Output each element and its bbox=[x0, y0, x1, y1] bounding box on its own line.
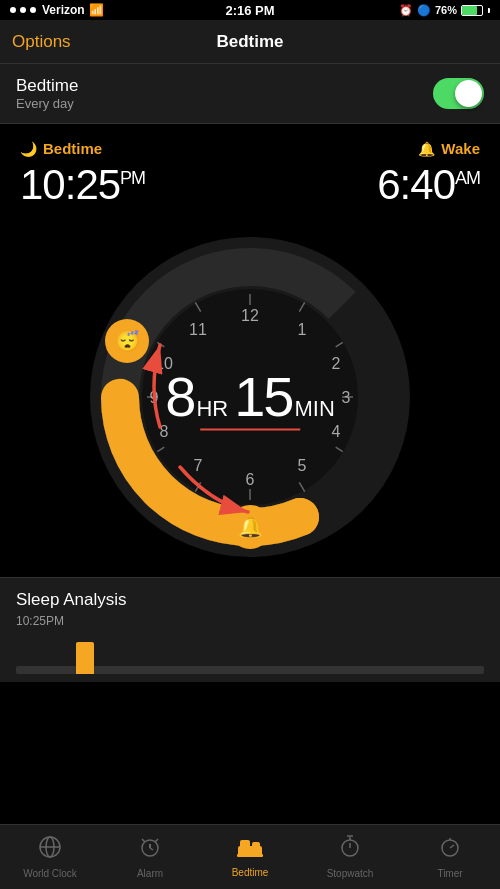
bedtime-icon: 🌙 bbox=[20, 141, 37, 157]
svg-text:2: 2 bbox=[332, 355, 341, 372]
wake-label: 🔔 Wake bbox=[250, 140, 480, 157]
status-left: Verizon 📶 bbox=[10, 3, 104, 17]
header: Options Bedtime bbox=[0, 20, 500, 64]
header-title: Bedtime bbox=[216, 32, 283, 52]
bedtime-toggle-label: Bedtime bbox=[16, 76, 78, 96]
signal-dot-1 bbox=[10, 7, 16, 13]
sleep-analysis: Sleep Analysis 10:25PM bbox=[0, 577, 500, 682]
tab-label-alarm: Alarm bbox=[137, 868, 163, 879]
signal-dot-3 bbox=[30, 7, 36, 13]
svg-text:8: 8 bbox=[160, 423, 169, 440]
svg-text:4: 4 bbox=[332, 423, 341, 440]
svg-text:1: 1 bbox=[298, 321, 307, 338]
tab-item-stopwatch[interactable]: Stopwatch bbox=[300, 829, 400, 885]
bedtime-toggle-left: Bedtime Every day bbox=[16, 76, 78, 111]
svg-text:9: 9 bbox=[150, 389, 159, 406]
svg-text:3: 3 bbox=[342, 389, 351, 406]
wake-time: 6:40AM bbox=[250, 161, 480, 209]
wake-period: AM bbox=[455, 168, 480, 188]
svg-rect-40 bbox=[237, 854, 263, 857]
tab-label-bedtime: Bedtime bbox=[232, 867, 269, 878]
status-bar: Verizon 📶 2:16 PM ⏰ 🔵 76% bbox=[0, 0, 500, 20]
wake-block: 🔔 Wake 6:40AM bbox=[250, 140, 480, 209]
wake-handle-icon: 🔔 bbox=[238, 515, 263, 539]
battery-icon bbox=[461, 5, 483, 16]
tab-item-world-clock[interactable]: World Clock bbox=[0, 829, 100, 885]
tab-label-timer: Timer bbox=[437, 868, 462, 879]
bedtime-handle-icon: 😴 bbox=[115, 329, 140, 353]
bluetooth-icon: 🔵 bbox=[417, 4, 431, 17]
status-time: 2:16 PM bbox=[225, 3, 274, 18]
battery-tip bbox=[488, 8, 490, 13]
bedtime-toggle-sublabel: Every day bbox=[16, 96, 78, 111]
timer-icon bbox=[438, 835, 462, 865]
svg-line-37 bbox=[142, 839, 145, 842]
bedtime-label: 🌙 Bedtime bbox=[20, 140, 250, 157]
toggle-thumb bbox=[455, 80, 482, 107]
clock-section: 12 1 2 3 4 5 6 7 8 9 10 11 8 HR 15 MIN 😴 bbox=[0, 217, 500, 577]
signal-dot-2 bbox=[20, 7, 26, 13]
times-row: 🌙 Bedtime 10:25PM 🔔 Wake 6:40AM bbox=[0, 124, 500, 217]
tab-item-alarm[interactable]: Alarm bbox=[100, 829, 200, 885]
svg-text:12: 12 bbox=[241, 307, 259, 324]
tab-label-world-clock: World Clock bbox=[23, 868, 77, 879]
battery-fill bbox=[462, 6, 477, 15]
alarm-icon bbox=[138, 835, 162, 865]
bedtime-toggle-row: Bedtime Every day bbox=[0, 64, 500, 124]
alarm-status-icon: ⏰ bbox=[399, 4, 413, 17]
wake-text: Wake bbox=[441, 140, 480, 157]
stopwatch-icon bbox=[338, 835, 362, 865]
sleep-bar-orange bbox=[76, 642, 94, 674]
svg-line-38 bbox=[155, 839, 158, 842]
svg-line-49 bbox=[450, 845, 454, 848]
sleep-analysis-time: 10:25PM bbox=[16, 614, 484, 628]
battery-percent: 76% bbox=[435, 4, 457, 16]
bedtime-text: Bedtime bbox=[43, 140, 102, 157]
world-clock-icon bbox=[38, 835, 62, 865]
wake-handle[interactable]: 🔔 bbox=[228, 505, 272, 549]
bedtime-toggle-switch[interactable] bbox=[433, 78, 484, 109]
svg-text:10: 10 bbox=[155, 355, 173, 372]
bedtime-handle[interactable]: 😴 bbox=[105, 319, 149, 363]
wifi-icon: 📶 bbox=[89, 3, 104, 17]
tab-item-timer[interactable]: Timer bbox=[400, 829, 500, 885]
svg-line-36 bbox=[150, 848, 153, 850]
bedtime-time: 10:25PM bbox=[20, 161, 250, 209]
svg-text:11: 11 bbox=[189, 321, 207, 338]
svg-text:5: 5 bbox=[298, 457, 307, 474]
svg-rect-41 bbox=[240, 840, 250, 848]
svg-text:7: 7 bbox=[194, 457, 203, 474]
sleep-bar-container bbox=[16, 634, 484, 674]
wake-icon: 🔔 bbox=[418, 141, 435, 157]
wake-time-value: 6:40 bbox=[377, 161, 455, 208]
carrier-label: Verizon bbox=[42, 3, 85, 17]
tab-label-stopwatch: Stopwatch bbox=[327, 868, 374, 879]
bedtime-period: PM bbox=[120, 168, 145, 188]
bedtime-tab-icon bbox=[236, 836, 264, 864]
svg-rect-42 bbox=[252, 842, 260, 848]
options-button[interactable]: Options bbox=[12, 32, 71, 52]
tab-bar: World Clock Alarm Bedtime bbox=[0, 824, 500, 889]
svg-text:6: 6 bbox=[246, 471, 255, 488]
clock-container[interactable]: 12 1 2 3 4 5 6 7 8 9 10 11 8 HR 15 MIN 😴 bbox=[80, 227, 420, 567]
tab-item-bedtime[interactable]: Bedtime bbox=[200, 830, 300, 884]
bedtime-time-value: 10:25 bbox=[20, 161, 120, 208]
bedtime-block: 🌙 Bedtime 10:25PM bbox=[20, 140, 250, 209]
sleep-analysis-title: Sleep Analysis bbox=[16, 590, 484, 610]
status-right: ⏰ 🔵 76% bbox=[399, 4, 490, 17]
